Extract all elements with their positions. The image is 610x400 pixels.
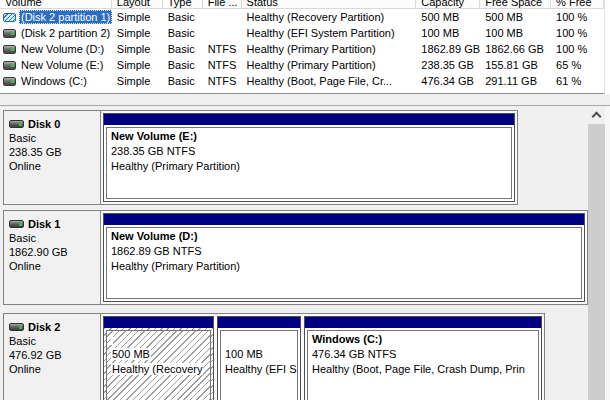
primary-partition-color-bar (218, 317, 300, 328)
cell-capacity: 238.35 GB (416, 57, 480, 73)
column-header-file-system[interactable]: File ... (203, 0, 242, 9)
volume-row-new-volume-e[interactable]: New Volume (E:) Simple Basic NTFS Health… (0, 57, 604, 73)
partition-name: New Volume (D:) (111, 230, 198, 242)
volume-name[interactable]: Windows (C:) (19, 74, 89, 88)
disk-size-label: 1862.90 GB (9, 245, 95, 259)
volume-name[interactable]: (Disk 2 partition 2) (19, 26, 112, 40)
column-header-file-system-label: File ... (208, 0, 238, 8)
recovery-volume-icon (3, 13, 16, 22)
disk2-label[interactable]: Disk 2 Basic 476.92 GB Online (4, 314, 101, 400)
cell-status: Healthy (Primary Partition) (242, 57, 417, 73)
cell-free-space: 1862.66 GB (480, 41, 551, 57)
partition-efi-system[interactable]: 100 MB Healthy (EFI S (217, 316, 301, 400)
column-header-percent-free-label: % Free (556, 0, 591, 8)
volume-icon (3, 29, 16, 38)
pane-splitter[interactable] (0, 94, 610, 105)
cell-status: Healthy (Primary Partition) (242, 41, 417, 57)
disk-size-label: 238.35 GB (9, 145, 95, 159)
partition-new-volume-e[interactable]: New Volume (E:) 238.35 GB NTFS Healthy (… (103, 113, 515, 202)
column-header-capacity-label: Capacity (421, 0, 464, 8)
disk2-partitions: 500 MB Healthy (Recovery 100 MB Healthy … (102, 314, 544, 400)
volume-name[interactable]: New Volume (E:) (19, 58, 106, 72)
cell-status: Healthy (Recovery Partition) (242, 9, 417, 25)
disk-size-label: 476.92 GB (9, 348, 95, 362)
cell-percent-free: 61 % (551, 73, 604, 89)
column-header-volume-label: Volume (5, 0, 42, 8)
column-header-volume[interactable]: Volume (0, 0, 112, 9)
disk-name-label: Disk 2 (28, 320, 60, 334)
cell-percent-free: 100 % (551, 9, 604, 25)
cell-type: Basic (163, 25, 203, 41)
column-header-status-label: Status (247, 0, 278, 8)
partition-size: 238.35 GB NTFS (111, 145, 195, 157)
volume-icon (3, 45, 16, 54)
partition-name (111, 333, 113, 345)
disk-online-dot (19, 326, 22, 329)
disk-management-window: Volume Layout Type File ... Status Capac… (0, 0, 610, 400)
column-header-layout-label: Layout (117, 0, 150, 8)
primary-partition-color-bar (104, 114, 514, 125)
column-header-percent-free[interactable]: % Free (551, 0, 604, 9)
scrollbar-thumb[interactable] (588, 124, 605, 400)
disk-online-dot (19, 123, 22, 126)
cell-file-system (203, 9, 242, 25)
cell-layout: Simple (112, 25, 163, 41)
cell-free-space: 500 MB (480, 9, 551, 25)
primary-partition-color-bar (305, 317, 541, 328)
disk-row-0: Disk 0 Basic 238.35 GB Online New Volume… (3, 110, 518, 205)
partition-size: 500 MB (111, 348, 151, 360)
cell-type: Basic (163, 9, 203, 25)
disk-type-label: Basic (9, 334, 95, 348)
volume-name-selected[interactable]: (Disk 2 partition 1) (19, 10, 112, 24)
column-header-status[interactable]: Status (242, 0, 417, 9)
partition-name: Windows (C:) (312, 333, 382, 345)
volume-row-disk2-partition1[interactable]: (Disk 2 partition 1) Simple Basic Health… (0, 9, 604, 25)
partition-status: Healthy (Primary Partition) (111, 260, 240, 272)
disk1-partitions: New Volume (D:) 1862.89 GB NTFS Healthy … (102, 211, 587, 304)
disk1-label[interactable]: Disk 1 Basic 1862.90 GB Online (4, 211, 101, 304)
cell-file-system (203, 25, 242, 41)
disk0-partitions: New Volume (E:) 238.35 GB NTFS Healthy (… (102, 111, 517, 204)
volume-name[interactable]: New Volume (D:) (19, 42, 106, 56)
volume-row-new-volume-d[interactable]: New Volume (D:) Simple Basic NTFS Health… (0, 41, 604, 57)
partition-status: Healthy (Primary Partition) (111, 160, 240, 172)
partition-name: New Volume (E:) (111, 130, 197, 142)
disk-status-label: Online (9, 259, 95, 273)
partition-recovery-selected[interactable]: 500 MB Healthy (Recovery (103, 316, 214, 400)
volume-status-dot (11, 64, 14, 67)
column-header-layout[interactable]: Layout (112, 0, 163, 9)
column-header-capacity[interactable]: Capacity (416, 0, 480, 9)
disk-row-1: Disk 1 Basic 1862.90 GB Online New Volum… (3, 210, 588, 305)
volume-row-windows-c[interactable]: Windows (C:) Simple Basic NTFS Healthy (… (0, 73, 604, 89)
cell-status: Healthy (EFI System Partition) (242, 25, 417, 41)
volume-status-dot (11, 48, 14, 51)
partition-new-volume-d[interactable]: New Volume (D:) 1862.89 GB NTFS Healthy … (103, 213, 585, 302)
disk-drive-icon (9, 323, 24, 331)
column-header-type[interactable]: Type (163, 0, 203, 9)
cell-file-system: NTFS (203, 73, 242, 89)
disk-name-label: Disk 1 (28, 217, 60, 231)
graphical-view: Disk 0 Basic 238.35 GB Online New Volume… (0, 105, 610, 400)
window-edge-strip (605, 106, 610, 400)
cell-capacity: 100 MB (416, 25, 480, 41)
partition-windows-c[interactable]: Windows (C:) 476.34 GB NTFS Healthy (Boo… (304, 316, 542, 400)
disk0-label[interactable]: Disk 0 Basic 238.35 GB Online (4, 111, 101, 204)
partition-status: Healthy (Recovery (111, 363, 203, 375)
cell-capacity: 476.34 GB (416, 73, 480, 89)
volume-list: Volume Layout Type File ... Status Capac… (0, 0, 605, 94)
disk-type-label: Basic (9, 231, 95, 245)
column-header-free-space[interactable]: Free Space (480, 0, 551, 9)
cell-percent-free: 65 % (551, 57, 604, 73)
cell-file-system: NTFS (203, 41, 242, 57)
disk-status-label: Online (9, 159, 95, 173)
column-header-free-space-label: Free Space (485, 0, 542, 8)
partition-size: 1862.89 GB NTFS (111, 245, 202, 257)
vertical-scrollbar[interactable] (588, 107, 605, 400)
cell-file-system: NTFS (203, 57, 242, 73)
disk-name-label: Disk 0 (28, 117, 60, 131)
cell-percent-free: 100 % (551, 41, 604, 57)
partition-status: Healthy (Boot, Page File, Crash Dump, Pr… (312, 363, 525, 375)
volume-row-disk2-partition2[interactable]: (Disk 2 partition 2) Simple Basic Health… (0, 25, 604, 41)
partition-status: Healthy (EFI S (225, 363, 297, 375)
volume-icon (3, 77, 16, 86)
